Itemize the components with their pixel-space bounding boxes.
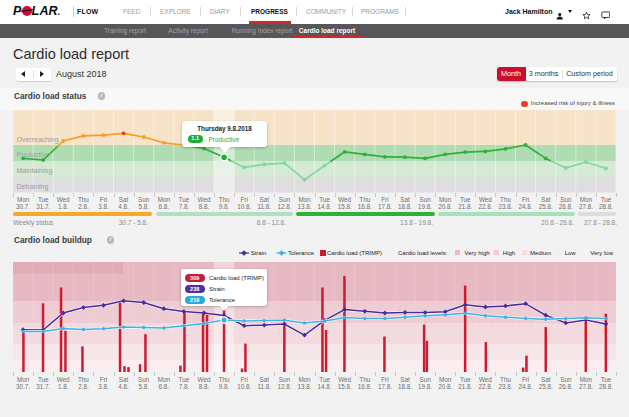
svg-text:Productive: Productive: [17, 151, 50, 158]
svg-text:Overreaching: Overreaching: [17, 136, 59, 144]
svg-text:Detraining: Detraining: [17, 183, 49, 191]
svg-text:Maintaining: Maintaining: [17, 167, 53, 175]
